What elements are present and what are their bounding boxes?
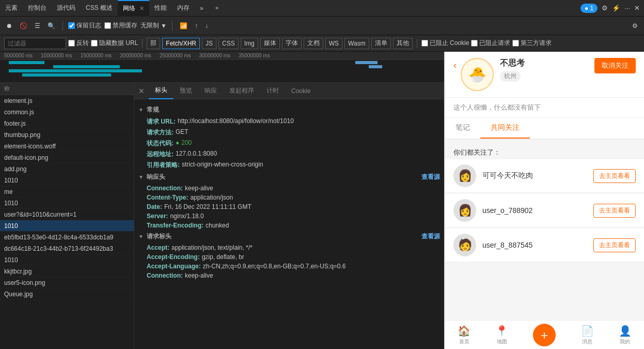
tab-memory[interactable]: 内存 [172, 0, 195, 17]
list-item-selected[interactable]: 1010 [0, 220, 134, 232]
list-item[interactable]: 1010 [0, 175, 134, 186]
more-options-icon[interactable]: ··· [624, 4, 630, 12]
tab-more[interactable]: » [195, 0, 209, 17]
list-item[interactable]: common.js [0, 107, 134, 118]
nav-home[interactable]: 🏠 首页 [458, 325, 470, 345]
tab-add[interactable]: ＋ [209, 0, 225, 17]
tab-cookie[interactable]: Cookie [285, 83, 317, 99]
filter-tag-css[interactable]: CSS [218, 38, 239, 49]
filter-tag-fetch[interactable]: Fetch/XHR [162, 38, 200, 49]
filter-tag-all[interactable]: 部 [147, 38, 160, 49]
list-item[interactable]: user5-icon.png [0, 277, 134, 289]
reverse-checkbox[interactable]: 反转 [68, 39, 89, 48]
tab-network-close[interactable]: ✕ [139, 5, 144, 12]
list-item[interactable]: user?&id=1010&current=1 [0, 209, 134, 220]
general-section-header[interactable]: ▼ 常规 [138, 103, 440, 116]
resp-transfer-encoding-row: Transfer-Encoding: chunked [138, 221, 440, 230]
tab-response[interactable]: 响应 [198, 83, 223, 99]
export-icon[interactable]: ↓ [203, 21, 210, 31]
filter-input[interactable] [4, 38, 66, 49]
filter-tag-wasm[interactable]: Wasm [344, 38, 369, 49]
tab-performance[interactable]: 性能 [149, 0, 172, 17]
response-headers-view-source[interactable]: 查看源 [421, 173, 440, 181]
list-item[interactable]: footer.js [0, 118, 134, 129]
remote-icon[interactable]: ⚡ [612, 4, 620, 12]
filter-tag-js[interactable]: JS [202, 38, 216, 49]
tab-timing[interactable]: 计时 [260, 83, 285, 99]
filter-button[interactable]: ☰ [33, 21, 42, 31]
filter-tag-font[interactable]: 字体 [282, 38, 302, 49]
list-item[interactable]: default-icon.png [0, 152, 134, 163]
user-bio: 这个人很懒，什么都没有留下 [445, 98, 644, 118]
nav-messages[interactable]: 📄 消息 [581, 325, 594, 345]
tab-network[interactable]: 网络 ✕ [118, 0, 149, 17]
tab-common-follows[interactable]: 共同关注 [480, 118, 530, 139]
close-devtools-icon[interactable]: ✕ [634, 4, 640, 12]
nav-map[interactable]: 📍 地图 [495, 325, 508, 345]
response-headers-arrow-icon: ▼ [138, 174, 144, 180]
timeline-bars [0, 60, 444, 83]
tab-notes[interactable]: 笔记 [445, 118, 480, 139]
record-button[interactable]: ⏺ [4, 21, 14, 31]
nav-add-button[interactable]: ＋ [533, 324, 556, 346]
filter-tag-img[interactable]: Img [241, 38, 258, 49]
list-item[interactable]: 1010 [0, 198, 134, 209]
back-button[interactable]: ‹ [453, 60, 457, 71]
detail-close-button[interactable]: ✕ [134, 87, 149, 95]
general-arrow-icon: ▼ [138, 107, 144, 113]
list-item[interactable]: Queue.jpg [0, 289, 134, 300]
status-code-row: 状态代码: ● 200 [138, 138, 440, 149]
clear-button[interactable]: 🚫 [18, 21, 29, 31]
disable-cache-checkbox[interactable]: 禁用缓存 [104, 21, 137, 30]
preserve-log-checkbox[interactable]: 保留日志 [68, 21, 101, 30]
visit-button-2[interactable]: 去主页看看 [593, 238, 636, 252]
tab-elements[interactable]: 元素 [0, 0, 23, 17]
filter-tag-media[interactable]: 媒体 [260, 38, 280, 49]
network-list-area: 称 element.js common.js footer.js thumbup… [0, 83, 444, 349]
network-settings-icon[interactable]: ⚙ [630, 21, 640, 31]
file-list-header: 称 [0, 83, 134, 95]
follow-avatar-0: 👩 [453, 164, 476, 187]
filter-divider [142, 39, 143, 48]
settings-icon[interactable]: ⚙ [602, 4, 608, 12]
import-icon[interactable]: ↑ [193, 21, 200, 31]
list-item[interactable]: kkjtbcr.jpg [0, 266, 134, 277]
list-item[interactable]: 1010 [0, 254, 134, 266]
request-headers-view-source[interactable]: 查看源 [421, 232, 440, 241]
tab-headers[interactable]: 标头 [149, 83, 174, 99]
filter-bar: 反转 隐藏数据 URL 部 Fetch/XHR JS CSS Img 媒体 字体… [0, 35, 644, 52]
list-item[interactable]: add.png [0, 163, 134, 175]
search-button[interactable]: 🔍 [45, 21, 57, 31]
upload-icon[interactable]: 📶 [178, 21, 190, 31]
list-item[interactable]: element-icons.woff [0, 141, 134, 152]
tab-css-overview-label: CSS 概述 [86, 4, 113, 12]
tab-preview[interactable]: 预览 [174, 83, 198, 99]
list-item[interactable]: me [0, 186, 134, 198]
throttle-select[interactable]: 无限制 ▼ [140, 21, 167, 30]
nav-profile[interactable]: 👤 我的 [619, 325, 632, 345]
third-party-checkbox[interactable]: 第三方请求 [512, 39, 552, 48]
request-headers-section-header[interactable]: ▼ 请求标头 查看源 [138, 230, 440, 243]
filter-tag-other[interactable]: 其他 [393, 38, 413, 49]
blocked-request-checkbox[interactable]: 已阻止请求 [471, 39, 510, 48]
list-item[interactable]: element.js [0, 95, 134, 107]
tab-console[interactable]: 控制台 [23, 0, 52, 17]
tab-initiator[interactable]: 发起程序 [223, 83, 260, 99]
list-item[interactable]: dc664c18-21c3-44b2-b713-6f24492ba3 [0, 243, 134, 254]
blocked-cookie-checkbox[interactable]: 已阻止 Cookie [421, 39, 469, 48]
hide-url-checkbox[interactable]: 隐藏数据 URL [91, 39, 138, 48]
response-headers-section-header[interactable]: ▼ 响应头 查看源 [138, 171, 440, 184]
main-area: 5000000 ms 10000000 ms 15000000 ms 20000… [0, 52, 644, 349]
filter-tag-ws[interactable]: WS [325, 38, 342, 49]
visit-button-1[interactable]: 去主页看看 [593, 204, 636, 218]
list-item[interactable]: thumbup.png [0, 129, 134, 141]
tab-css-overview[interactable]: CSS 概述 [81, 0, 118, 17]
filter-tag-doc[interactable]: 文档 [304, 38, 323, 49]
home-icon: 🏠 [458, 325, 470, 337]
filter-tag-manifest[interactable]: 清单 [371, 38, 391, 49]
visit-button-0[interactable]: 去主页看看 [593, 169, 636, 183]
tab-sources[interactable]: 源代码 [52, 0, 81, 17]
common-follows-label: 你们都关注了： [445, 144, 644, 159]
list-item[interactable]: eb5fbd13-53e0-4d12-8c4a-6533dcb1a9 [0, 232, 134, 243]
follow-button[interactable]: 取消关注 [594, 58, 636, 73]
